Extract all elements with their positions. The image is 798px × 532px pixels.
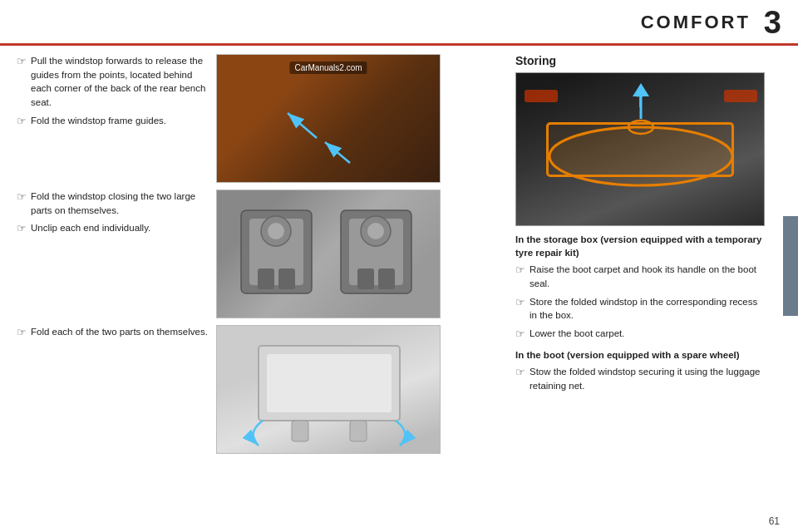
left-column: ☞ Pull the windstop forwards to release … <box>0 46 507 530</box>
spare-bullet-1-text: Stow the folded windstop securing it usi… <box>530 365 765 392</box>
bullet-1-1-text: Pull the windstop forwards to release th… <box>31 54 208 110</box>
storage-box-title: In the storage box (version equipped wit… <box>515 233 765 259</box>
section-3-text: ☞ Fold each of the two parts on themselv… <box>17 325 208 344</box>
svg-point-14 <box>367 223 384 239</box>
svg-rect-19 <box>292 421 308 441</box>
svg-marker-24 <box>633 83 649 96</box>
page-title: COMFORT <box>641 12 751 33</box>
storage-bullet-3: ☞ Lower the boot carpet. <box>515 327 765 342</box>
page-header: COMFORT 3 <box>0 0 798 46</box>
svg-rect-11 <box>357 268 374 289</box>
section-1-text: ☞ Pull the windstop forwards to release … <box>17 54 208 133</box>
svg-point-21 <box>549 127 732 185</box>
main-content: ☞ Pull the windstop forwards to release … <box>0 46 798 530</box>
boot-storage-image <box>515 72 765 226</box>
bullet-arrow-icon: ☞ <box>17 221 27 236</box>
bullet-arrow-icon: ☞ <box>515 365 525 392</box>
bullet-arrow-icon: ☞ <box>17 54 27 110</box>
bullet-arrow-icon: ☞ <box>515 295 525 323</box>
svg-rect-12 <box>378 268 395 289</box>
bullet-1-2: ☞ Fold the windstop frame guides. <box>17 114 208 129</box>
spare-bullet-1: ☞ Stow the folded windstop securing it u… <box>515 365 765 392</box>
svg-rect-26 <box>724 90 757 102</box>
boot-svg <box>516 73 765 226</box>
image-2-shapes <box>216 190 441 318</box>
svg-rect-20 <box>350 421 367 441</box>
svg-rect-18 <box>267 354 392 412</box>
svg-line-2 <box>325 142 350 163</box>
section-3: ☞ Fold each of the two parts on themselv… <box>17 325 499 454</box>
bullet-3-1-text: Fold each of the two parts on themselves… <box>31 325 208 340</box>
storage-bullet-1-text: Raise the boot carpet and hook its handl… <box>530 263 765 290</box>
storing-section: Storing In the s <box>515 54 765 400</box>
chapter-number: 3 <box>764 7 781 38</box>
storage-bullet-2: ☞ Store the folded windstop in the corre… <box>515 295 765 323</box>
windstop-image-1: CarManuals2.com <box>216 54 441 183</box>
section-2-image <box>216 190 499 318</box>
bullet-arrow-icon: ☞ <box>515 327 525 342</box>
section-1-image: CarManuals2.com <box>216 54 499 183</box>
fold-svg <box>217 325 440 454</box>
bullet-arrow-icon: ☞ <box>515 263 525 290</box>
bullet-3-1: ☞ Fold each of the two parts on themselv… <box>17 325 208 340</box>
image-1-svg <box>217 55 441 183</box>
spare-wheel-title: In the boot (version equipped with a spa… <box>515 348 765 362</box>
svg-rect-5 <box>258 268 274 289</box>
storage-bullet-1: ☞ Raise the boot carpet and hook its han… <box>515 263 765 290</box>
svg-rect-6 <box>278 268 295 289</box>
spare-wheel-section: In the boot (version equipped with a spa… <box>515 348 765 392</box>
storing-title: Storing <box>515 54 765 67</box>
right-column: Storing In the s <box>507 46 798 530</box>
storage-bullet-3-text: Lower the boot carpet. <box>530 327 624 342</box>
bullet-1-2-text: Fold the windstop frame guides. <box>31 114 166 129</box>
storage-box-section: In the storage box (version equipped wit… <box>515 233 765 342</box>
section-3-image <box>216 325 499 454</box>
section-2-text: ☞ Fold the windstop closing the two larg… <box>17 190 208 241</box>
parts-svg <box>224 194 432 314</box>
section-1: ☞ Pull the windstop forwards to release … <box>17 54 499 183</box>
bullet-2-2-text: Unclip each end individually. <box>31 221 150 236</box>
chapter-tab <box>783 216 798 316</box>
svg-point-8 <box>268 223 284 239</box>
svg-line-1 <box>288 113 317 138</box>
windstop-image-2 <box>216 190 441 318</box>
windstop-image-3 <box>216 325 441 454</box>
bullet-arrow-icon: ☞ <box>17 325 27 340</box>
bullet-arrow-icon: ☞ <box>17 114 27 129</box>
bullet-2-1: ☞ Fold the windstop closing the two larg… <box>17 190 208 217</box>
page-number: 61 <box>769 515 780 527</box>
bullet-2-2: ☞ Unclip each end individually. <box>17 221 208 236</box>
svg-rect-25 <box>525 90 558 102</box>
storage-bullet-2-text: Store the folded windstop in the corresp… <box>530 295 765 323</box>
bullet-1-1: ☞ Pull the windstop forwards to release … <box>17 54 208 110</box>
bullet-2-1-text: Fold the windstop closing the two large … <box>31 190 208 217</box>
section-2: ☞ Fold the windstop closing the two larg… <box>17 190 499 318</box>
bullet-arrow-icon: ☞ <box>17 190 27 217</box>
